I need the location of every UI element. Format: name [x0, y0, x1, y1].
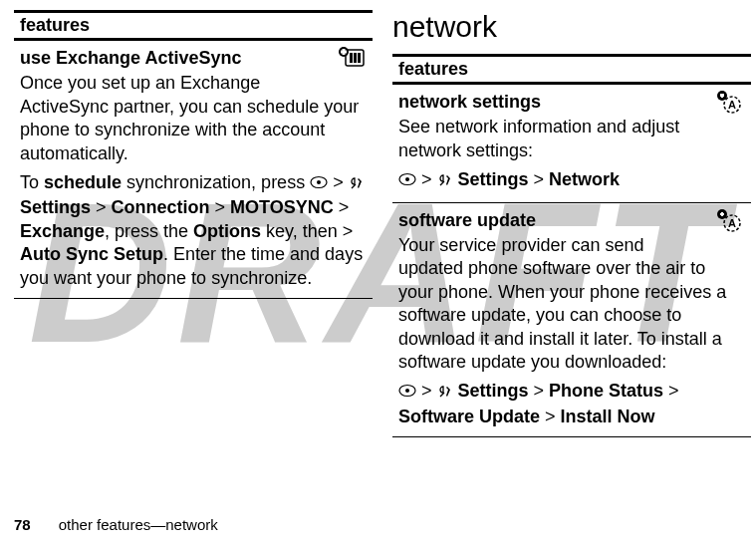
center-key-icon	[398, 169, 416, 192]
svg-rect-3	[358, 53, 361, 63]
center-key-icon	[310, 172, 328, 195]
page-number: 78	[14, 516, 31, 533]
feature-cell: use Exchange ActiveSync Once you set up …	[14, 40, 373, 299]
page-columns: features	[0, 0, 756, 437]
right-feature-table: features A network settings See net	[392, 54, 751, 437]
feature-heading: use Exchange ActiveSync	[20, 47, 367, 70]
antenna-plus-icon: A	[715, 91, 745, 121]
section-title: network	[392, 10, 751, 44]
antenna-plus-icon: A	[715, 209, 745, 239]
feature-paragraph: Your service provider can send updated p…	[398, 234, 745, 374]
table-header-row: features	[14, 12, 373, 40]
tools-icon	[349, 173, 365, 196]
feature-heading: software update	[398, 209, 745, 232]
svg-point-15	[405, 177, 409, 181]
center-key-icon	[398, 381, 416, 404]
svg-text:A: A	[728, 99, 736, 111]
svg-rect-1	[350, 53, 353, 63]
table-header-row: features	[392, 56, 751, 84]
feature-path: > Settings > Phone Status > Software Upd…	[398, 380, 745, 428]
left-column: features	[14, 10, 373, 437]
page-footer: 78other features—network	[14, 516, 218, 533]
svg-point-20	[405, 389, 409, 393]
sim-plus-icon	[337, 47, 367, 75]
table-header: features	[392, 56, 751, 84]
right-column: network features A networ	[392, 10, 751, 437]
tools-icon	[437, 382, 453, 405]
table-header: features	[14, 12, 373, 40]
feature-heading: network settings	[398, 91, 745, 114]
left-feature-table: features	[14, 10, 373, 299]
footer-text: other features—network	[59, 516, 218, 533]
svg-point-10	[317, 180, 321, 184]
table-row: A software update Your service provider …	[392, 202, 751, 437]
svg-rect-2	[354, 53, 357, 63]
table-row: use Exchange ActiveSync Once you set up …	[14, 40, 373, 299]
tools-icon	[437, 170, 453, 193]
feature-paragraph: See network information and adjust netwo…	[398, 116, 745, 162]
feature-cell: A software update Your service provider …	[392, 202, 751, 437]
feature-paragraph: To schedule synchronization, press > Set…	[20, 171, 367, 290]
svg-text:A: A	[728, 217, 736, 229]
table-row: A network settings See network informati…	[392, 84, 751, 203]
feature-path: > Settings > Network	[398, 168, 745, 193]
feature-paragraph: Once you set up an Exchange ActiveSync p…	[20, 72, 367, 165]
feature-cell: A network settings See network informati…	[392, 84, 751, 203]
